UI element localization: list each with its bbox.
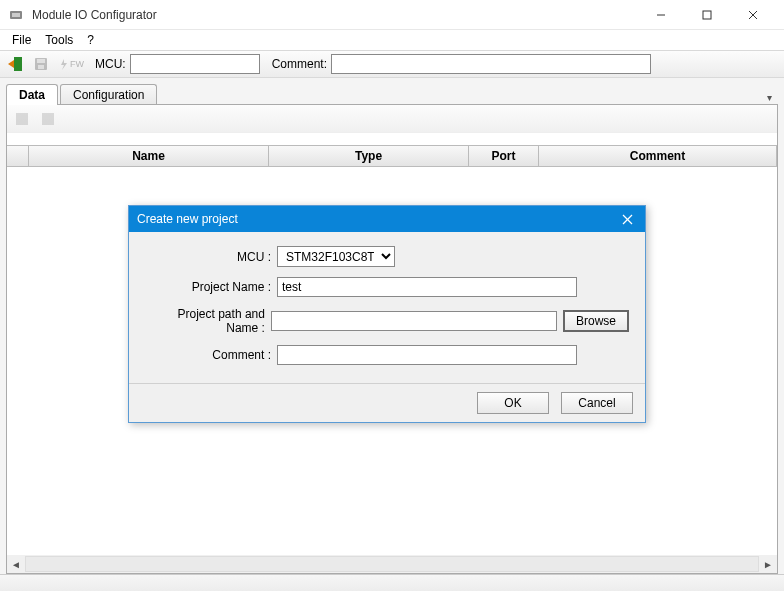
svg-rect-12 xyxy=(16,113,28,125)
tab-strip: Data Configuration ▾ xyxy=(6,84,778,105)
tab-configuration[interactable]: Configuration xyxy=(60,84,157,105)
toolbar-mcu-label: MCU: xyxy=(95,57,126,71)
scroll-track[interactable] xyxy=(25,556,759,572)
dialog-comment-input[interactable] xyxy=(277,345,577,365)
tab-data[interactable]: Data xyxy=(6,84,58,105)
svg-marker-7 xyxy=(8,60,14,68)
toolbar-exit-button[interactable] xyxy=(4,53,26,75)
menu-bar: File Tools ? xyxy=(0,30,784,50)
svg-rect-10 xyxy=(38,65,44,69)
toolbar-comment-label: Comment: xyxy=(272,57,327,71)
window-maximize-button[interactable] xyxy=(684,0,730,30)
dialog-close-button[interactable] xyxy=(617,209,637,229)
menu-file[interactable]: File xyxy=(6,31,37,49)
grid-col-type[interactable]: Type xyxy=(269,146,469,166)
toolbar-fw-label: FW xyxy=(70,59,84,69)
create-project-dialog: Create new project MCU : STM32F103C8T6 P… xyxy=(128,205,646,423)
dialog-cancel-button[interactable]: Cancel xyxy=(561,392,633,414)
grid-col-port[interactable]: Port xyxy=(469,146,539,166)
dialog-body: MCU : STM32F103C8T6 Project Name : Proje… xyxy=(129,232,645,383)
grid-header: Name Type Port Comment xyxy=(7,145,777,167)
dialog-title: Create new project xyxy=(137,212,617,226)
dialog-mcu-label: MCU : xyxy=(145,250,277,264)
window-titlebar: Module IO Configurator xyxy=(0,0,784,30)
panel-button-1[interactable] xyxy=(11,108,33,130)
main-toolbar: FW MCU: Comment: xyxy=(0,50,784,78)
window-close-button[interactable] xyxy=(730,0,776,30)
menu-tools[interactable]: Tools xyxy=(39,31,79,49)
toolbar-mcu-input[interactable] xyxy=(130,54,260,74)
dialog-project-name-input[interactable] xyxy=(277,277,577,297)
app-icon xyxy=(8,7,24,23)
scroll-left-icon[interactable]: ◄ xyxy=(7,555,25,573)
toolbar-fw-button[interactable]: FW xyxy=(56,53,87,75)
svg-rect-13 xyxy=(42,113,54,125)
dialog-button-row: OK Cancel xyxy=(129,383,645,422)
horizontal-scrollbar[interactable]: ◄ ► xyxy=(7,555,777,573)
svg-rect-3 xyxy=(703,11,711,19)
dialog-mcu-select[interactable]: STM32F103C8T6 xyxy=(277,246,395,267)
status-bar xyxy=(0,574,784,591)
toolbar-save-button[interactable] xyxy=(30,53,52,75)
dialog-ok-button[interactable]: OK xyxy=(477,392,549,414)
panel-button-2[interactable] xyxy=(37,108,59,130)
svg-rect-9 xyxy=(37,59,45,63)
dialog-browse-button[interactable]: Browse xyxy=(563,310,629,332)
window-title: Module IO Configurator xyxy=(32,8,638,22)
grid-col-name[interactable]: Name xyxy=(29,146,269,166)
dialog-comment-label: Comment : xyxy=(145,348,277,362)
tab-overflow-button[interactable]: ▾ xyxy=(761,90,778,105)
svg-rect-1 xyxy=(12,13,20,17)
window-minimize-button[interactable] xyxy=(638,0,684,30)
panel-toolbar xyxy=(7,105,777,133)
dialog-titlebar[interactable]: Create new project xyxy=(129,206,645,232)
svg-marker-11 xyxy=(61,59,67,70)
grid-col-comment[interactable]: Comment xyxy=(539,146,777,166)
scroll-right-icon[interactable]: ► xyxy=(759,555,777,573)
dialog-project-path-input[interactable] xyxy=(271,311,557,331)
menu-help[interactable]: ? xyxy=(81,31,100,49)
svg-rect-6 xyxy=(14,57,22,71)
grid-row-header-cell[interactable] xyxy=(7,146,29,166)
toolbar-comment-input[interactable] xyxy=(331,54,651,74)
dialog-project-path-label: Project path and Name : xyxy=(145,307,271,335)
dialog-project-name-label: Project Name : xyxy=(145,280,277,294)
